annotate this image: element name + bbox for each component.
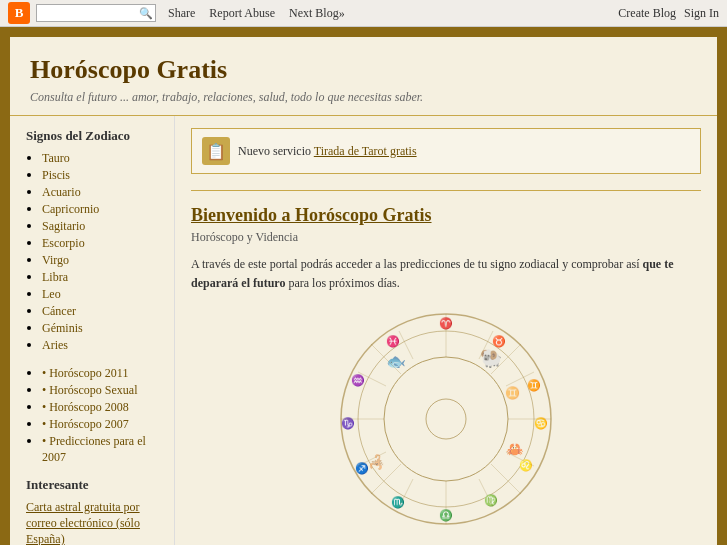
sign-link-aries[interactable]: Aries [42,338,68,352]
sign-link-acuario[interactable]: Acuario [42,185,81,199]
create-blog-link[interactable]: Create Blog [618,6,676,21]
sign-item: Piscis [42,167,164,183]
svg-text:♒: ♒ [351,373,365,387]
sign-item: Escorpio [42,235,164,251]
sign-item: Tauro [42,150,164,166]
sign-item: Acuario [42,184,164,200]
blogger-logo: B [8,2,30,24]
interesante-link[interactable]: Carta astral gratuita por correo electró… [26,500,140,545]
extra-links-list: • Horóscopo 2011• Horóscopo Sexual• Horó… [26,365,164,465]
extra-link-item: • Horóscopo 2008 [42,399,164,415]
tarot-icon: 📋 [202,137,230,165]
extra-link-item: • Horóscopo 2011 [42,365,164,381]
tarot-text: Nuevo servicio Tirada de Tarot gratis [238,144,417,159]
svg-text:♊: ♊ [527,378,541,392]
extra-link[interactable]: • Horóscopo Sexual [42,383,138,397]
extra-link-item: • Predicciones para el 2007 [42,433,164,465]
svg-text:🐟: 🐟 [386,352,406,371]
search-input[interactable] [39,5,139,21]
interesante-title: Interesante [26,477,164,493]
svg-line-26 [491,464,521,494]
report-abuse-link[interactable]: Report Abuse [203,6,281,21]
extra-link[interactable]: • Horóscopo 2007 [42,417,129,431]
svg-point-2 [384,357,508,481]
sidebar: Signos del Zodiaco TauroPiscisAcuarioCap… [10,116,175,545]
sign-item: Leo [42,286,164,302]
welcome-text-1: A través de este portal podrás acceder a… [191,257,643,271]
extra-link[interactable]: • Horóscopo 2011 [42,366,128,380]
search-box[interactable]: 🔍 [36,4,156,22]
sign-link-tauro[interactable]: Tauro [42,151,70,165]
next-blog-link[interactable]: Next Blog» [283,6,351,21]
welcome-title: Bienvenido a Horóscopo Gratis [191,205,701,226]
signs-section: Signos del Zodiaco TauroPiscisAcuarioCap… [26,128,164,353]
sign-item: Aries [42,337,164,353]
zodiac-wheel: ♈ ♉ ♊ ♋ ♌ ♍ ♎ [336,309,556,529]
sign-item: Sagitario [42,218,164,234]
sign-item: Géminis [42,320,164,336]
svg-text:♋: ♋ [534,416,548,430]
sign-in-link[interactable]: Sign In [684,6,719,21]
svg-text:♑: ♑ [341,416,355,430]
sign-item: Cáncer [42,303,164,319]
main-content: 📋 Nuevo servicio Tirada de Tarot gratis … [175,116,717,545]
toolbar: B 🔍 Share Report Abuse Next Blog» Create… [0,0,727,27]
svg-text:♍: ♍ [484,493,498,507]
share-link[interactable]: Share [162,6,201,21]
sign-link-piscis[interactable]: Piscis [42,168,70,182]
tarot-banner: 📋 Nuevo servicio Tirada de Tarot gratis [191,128,701,174]
svg-line-34 [399,479,413,507]
sign-link-libra[interactable]: Libra [42,270,68,284]
svg-text:♉: ♉ [492,334,506,348]
toolbar-links: Share Report Abuse Next Blog» [162,6,351,21]
interesante-list: Carta astral gratuita por correo electró… [26,499,164,545]
extra-link-item: • Horóscopo 2007 [42,416,164,432]
sign-link-escorpio[interactable]: Escorpio [42,236,85,250]
welcome-subtitle: Horóscopo y Videncia [191,230,701,245]
tarot-link[interactable]: Tirada de Tarot gratis [314,144,417,158]
zodiac-svg: ♈ ♉ ♊ ♋ ♌ ♍ ♎ [336,309,556,529]
signs-title: Signos del Zodiaco [26,128,164,144]
svg-text:♊: ♊ [505,385,520,400]
sign-link-sagitario[interactable]: Sagitario [42,219,85,233]
site-title: Horóscopo Gratis [30,55,697,85]
extra-link[interactable]: • Horóscopo 2008 [42,400,129,414]
content-wrapper: Horóscopo Gratis Consulta el futuro ... … [8,35,719,545]
interesante-section: Interesante Carta astral gratuita por co… [26,477,164,545]
interesante-item: Carta astral gratuita por correo electró… [26,499,164,545]
extra-links-section: • Horóscopo 2011• Horóscopo Sexual• Horó… [26,365,164,465]
sign-link-géminis[interactable]: Géminis [42,321,83,335]
sign-link-virgo[interactable]: Virgo [42,253,69,267]
site-header: Horóscopo Gratis Consulta el futuro ... … [10,37,717,116]
zodiac-wheel-container: ♈ ♉ ♊ ♋ ♌ ♍ ♎ [191,309,701,529]
sign-item: Libra [42,269,164,285]
extra-link[interactable]: • Predicciones para el 2007 [42,434,146,464]
sign-link-cáncer[interactable]: Cáncer [42,304,76,318]
svg-text:♌: ♌ [519,458,533,472]
page: Horóscopo Gratis Consulta el futuro ... … [0,27,727,545]
sign-item: Virgo [42,252,164,268]
tarot-new-service-label: Nuevo servicio [238,144,311,158]
toolbar-right: Create Blog Sign In [618,6,719,21]
extra-link-item: • Horóscopo Sexual [42,382,164,398]
site-subtitle: Consulta el futuro ... amor, trabajo, re… [30,90,697,105]
welcome-text-2: para los próximos días. [285,276,399,290]
sign-link-leo[interactable]: Leo [42,287,61,301]
sign-item: Capricornio [42,201,164,217]
body-area: Signos del Zodiaco TauroPiscisAcuarioCap… [10,116,717,545]
svg-text:♏: ♏ [391,495,405,509]
sign-link-capricornio[interactable]: Capricornio [42,202,99,216]
signs-list: TauroPiscisAcuarioCapricornioSagitarioEs… [26,150,164,353]
search-icon: 🔍 [139,7,153,20]
svg-text:♓: ♓ [386,334,400,348]
welcome-text: A través de este portal podrás acceder a… [191,255,701,293]
svg-text:🦀: 🦀 [506,441,524,458]
separator [191,190,701,191]
